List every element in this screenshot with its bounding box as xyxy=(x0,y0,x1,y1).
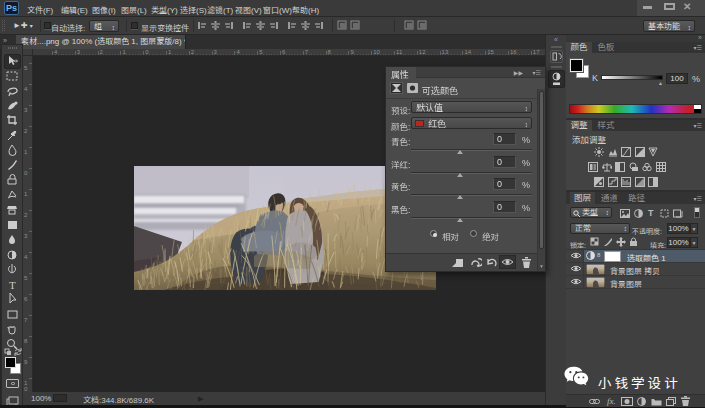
svg-text:T: T xyxy=(9,279,16,291)
